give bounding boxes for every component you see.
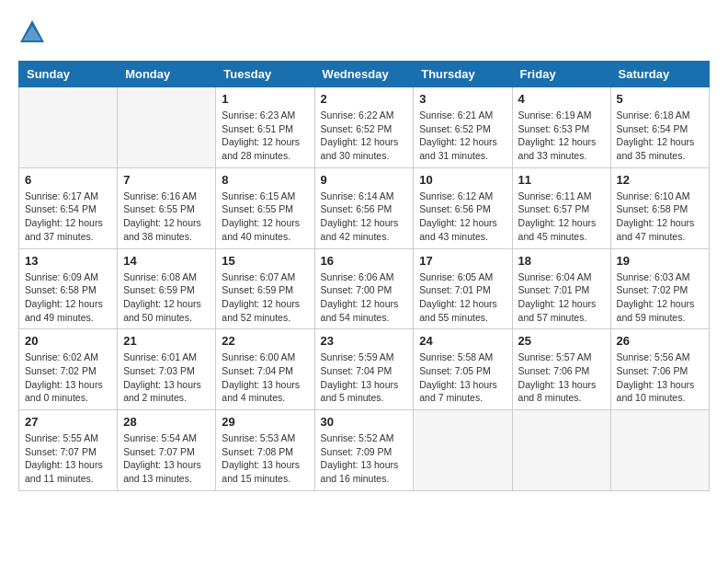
- day-number: 23: [321, 334, 408, 348]
- calendar-cell: 11Sunrise: 6:11 AMSunset: 6:57 PMDayligh…: [512, 167, 610, 248]
- calendar-cell: 18Sunrise: 6:04 AMSunset: 7:01 PMDayligh…: [512, 248, 610, 329]
- day-info: Sunrise: 6:06 AMSunset: 7:00 PMDaylight:…: [321, 270, 408, 325]
- day-info: Sunrise: 5:59 AMSunset: 7:04 PMDaylight:…: [321, 350, 408, 405]
- header-wednesday: Wednesday: [314, 62, 414, 87]
- day-info: Sunrise: 5:55 AMSunset: 7:07 PMDaylight:…: [25, 431, 111, 486]
- calendar-table: SundayMondayTuesdayWednesdayThursdayFrid…: [18, 61, 710, 491]
- day-number: 18: [518, 254, 605, 268]
- calendar-cell: 5Sunrise: 6:18 AMSunset: 6:54 PMDaylight…: [610, 87, 709, 168]
- day-info: Sunrise: 6:14 AMSunset: 6:56 PMDaylight:…: [321, 190, 408, 244]
- day-number: 28: [123, 415, 210, 429]
- day-info: Sunrise: 6:23 AMSunset: 6:51 PMDaylight:…: [222, 109, 308, 163]
- day-info: Sunrise: 6:15 AMSunset: 6:55 PMDaylight:…: [222, 190, 308, 244]
- day-info: Sunrise: 6:02 AMSunset: 7:02 PMDaylight:…: [25, 350, 111, 405]
- logo-icon: [18, 18, 46, 46]
- calendar-cell: 22Sunrise: 6:00 AMSunset: 7:04 PMDayligh…: [216, 329, 314, 410]
- calendar-cell: 24Sunrise: 5:58 AMSunset: 7:05 PMDayligh…: [414, 329, 512, 410]
- day-number: 4: [518, 92, 605, 106]
- calendar-week-2: 6Sunrise: 6:17 AMSunset: 6:54 PMDaylight…: [19, 167, 710, 248]
- day-number: 12: [617, 173, 703, 187]
- header-sunday: Sunday: [19, 62, 118, 87]
- day-number: 2: [321, 92, 408, 106]
- calendar-week-5: 27Sunrise: 5:55 AMSunset: 7:07 PMDayligh…: [19, 410, 710, 491]
- day-number: 11: [518, 173, 605, 187]
- day-number: 19: [617, 254, 703, 268]
- calendar-cell: 19Sunrise: 6:03 AMSunset: 7:02 PMDayligh…: [610, 248, 709, 329]
- logo: [18, 18, 48, 46]
- header-saturday: Saturday: [610, 62, 709, 87]
- day-info: Sunrise: 5:53 AMSunset: 7:08 PMDaylight:…: [222, 431, 308, 486]
- calendar-cell: 16Sunrise: 6:06 AMSunset: 7:00 PMDayligh…: [314, 248, 414, 329]
- calendar-cell: [414, 410, 512, 491]
- calendar-cell: 30Sunrise: 5:52 AMSunset: 7:09 PMDayligh…: [314, 410, 414, 491]
- day-number: 9: [321, 173, 408, 187]
- header-friday: Friday: [512, 62, 610, 87]
- day-info: Sunrise: 6:22 AMSunset: 6:52 PMDaylight:…: [321, 109, 408, 163]
- day-info: Sunrise: 6:21 AMSunset: 6:52 PMDaylight:…: [419, 109, 506, 163]
- calendar-cell: 25Sunrise: 5:57 AMSunset: 7:06 PMDayligh…: [512, 329, 610, 410]
- calendar-week-1: 1Sunrise: 6:23 AMSunset: 6:51 PMDaylight…: [19, 87, 710, 168]
- day-info: Sunrise: 6:12 AMSunset: 6:56 PMDaylight:…: [419, 190, 506, 244]
- calendar-header-row: SundayMondayTuesdayWednesdayThursdayFrid…: [19, 62, 710, 87]
- calendar-cell: 7Sunrise: 6:16 AMSunset: 6:55 PMDaylight…: [118, 167, 216, 248]
- day-info: Sunrise: 6:10 AMSunset: 6:58 PMDaylight:…: [617, 190, 703, 244]
- calendar-cell: 29Sunrise: 5:53 AMSunset: 7:08 PMDayligh…: [216, 410, 314, 491]
- day-number: 26: [617, 334, 703, 348]
- calendar-cell: 4Sunrise: 6:19 AMSunset: 6:53 PMDaylight…: [512, 87, 610, 168]
- day-info: Sunrise: 5:58 AMSunset: 7:05 PMDaylight:…: [419, 350, 506, 405]
- day-number: 21: [123, 334, 210, 348]
- calendar-cell: 20Sunrise: 6:02 AMSunset: 7:02 PMDayligh…: [19, 329, 118, 410]
- day-number: 16: [321, 254, 408, 268]
- header-monday: Monday: [118, 62, 216, 87]
- calendar-cell: 23Sunrise: 5:59 AMSunset: 7:04 PMDayligh…: [314, 329, 414, 410]
- day-info: Sunrise: 6:01 AMSunset: 7:03 PMDaylight:…: [123, 350, 210, 405]
- calendar-cell: 17Sunrise: 6:05 AMSunset: 7:01 PMDayligh…: [414, 248, 512, 329]
- day-info: Sunrise: 6:07 AMSunset: 6:59 PMDaylight:…: [222, 270, 308, 325]
- day-number: 13: [25, 254, 111, 268]
- day-info: Sunrise: 6:19 AMSunset: 6:53 PMDaylight:…: [518, 109, 605, 163]
- header-thursday: Thursday: [414, 62, 512, 87]
- day-number: 6: [25, 173, 111, 187]
- calendar-cell: 28Sunrise: 5:54 AMSunset: 7:07 PMDayligh…: [118, 410, 216, 491]
- day-number: 30: [321, 415, 408, 429]
- day-number: 8: [222, 173, 308, 187]
- day-number: 1: [222, 92, 308, 106]
- calendar-week-4: 20Sunrise: 6:02 AMSunset: 7:02 PMDayligh…: [19, 329, 710, 410]
- calendar-cell: 27Sunrise: 5:55 AMSunset: 7:07 PMDayligh…: [19, 410, 118, 491]
- day-number: 29: [222, 415, 308, 429]
- day-number: 22: [222, 334, 308, 348]
- day-info: Sunrise: 5:52 AMSunset: 7:09 PMDaylight:…: [321, 431, 408, 486]
- calendar-cell: 12Sunrise: 6:10 AMSunset: 6:58 PMDayligh…: [610, 167, 709, 248]
- calendar-cell: 14Sunrise: 6:08 AMSunset: 6:59 PMDayligh…: [118, 248, 216, 329]
- calendar-cell: 9Sunrise: 6:14 AMSunset: 6:56 PMDaylight…: [314, 167, 414, 248]
- day-number: 3: [419, 92, 506, 106]
- day-number: 25: [518, 334, 605, 348]
- calendar-cell: 6Sunrise: 6:17 AMSunset: 6:54 PMDaylight…: [19, 167, 118, 248]
- day-info: Sunrise: 6:16 AMSunset: 6:55 PMDaylight:…: [123, 190, 210, 244]
- day-info: Sunrise: 5:54 AMSunset: 7:07 PMDaylight:…: [123, 431, 210, 486]
- calendar-cell: 26Sunrise: 5:56 AMSunset: 7:06 PMDayligh…: [610, 329, 709, 410]
- page-header: [18, 18, 710, 46]
- calendar-cell: 8Sunrise: 6:15 AMSunset: 6:55 PMDaylight…: [216, 167, 314, 248]
- day-number: 14: [123, 254, 210, 268]
- calendar-week-3: 13Sunrise: 6:09 AMSunset: 6:58 PMDayligh…: [19, 248, 710, 329]
- calendar-cell: 3Sunrise: 6:21 AMSunset: 6:52 PMDaylight…: [414, 87, 512, 168]
- calendar-cell: [512, 410, 610, 491]
- day-number: 15: [222, 254, 308, 268]
- day-info: Sunrise: 6:11 AMSunset: 6:57 PMDaylight:…: [518, 190, 605, 244]
- calendar-cell: 1Sunrise: 6:23 AMSunset: 6:51 PMDaylight…: [216, 87, 314, 168]
- day-info: Sunrise: 6:09 AMSunset: 6:58 PMDaylight:…: [25, 270, 111, 325]
- day-number: 17: [419, 254, 506, 268]
- day-number: 7: [123, 173, 210, 187]
- day-info: Sunrise: 5:57 AMSunset: 7:06 PMDaylight:…: [518, 350, 605, 405]
- calendar-cell: 21Sunrise: 6:01 AMSunset: 7:03 PMDayligh…: [118, 329, 216, 410]
- day-number: 5: [617, 92, 703, 106]
- day-info: Sunrise: 6:03 AMSunset: 7:02 PMDaylight:…: [617, 270, 703, 325]
- calendar-cell: 2Sunrise: 6:22 AMSunset: 6:52 PMDaylight…: [314, 87, 414, 168]
- calendar-cell: [610, 410, 709, 491]
- day-number: 27: [25, 415, 111, 429]
- day-info: Sunrise: 6:17 AMSunset: 6:54 PMDaylight:…: [25, 190, 111, 244]
- day-number: 24: [419, 334, 506, 348]
- calendar-cell: 15Sunrise: 6:07 AMSunset: 6:59 PMDayligh…: [216, 248, 314, 329]
- calendar-cell: [19, 87, 118, 168]
